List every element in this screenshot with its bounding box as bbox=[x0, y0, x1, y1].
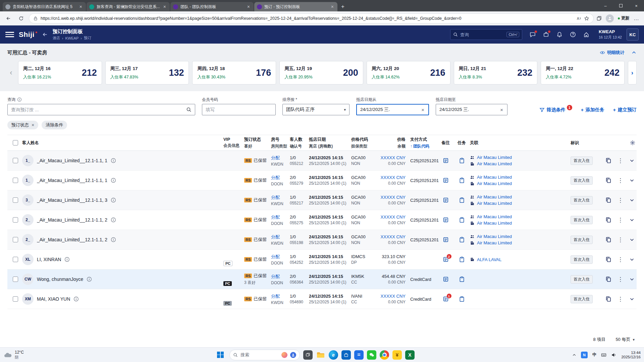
excel-icon[interactable]: X bbox=[405, 350, 415, 360]
reservation-row[interactable]: 3_ _Air_Macau_Limited__12.1-1.1, 3 RS 已保… bbox=[7, 190, 637, 210]
browser-menu-button[interactable]: … bbox=[634, 15, 639, 21]
start-button[interactable] bbox=[215, 349, 226, 361]
row-checkbox[interactable] bbox=[13, 277, 18, 282]
browser-update-button[interactable]: 更新 bbox=[618, 15, 630, 21]
browser-profile-avatar[interactable] bbox=[606, 14, 614, 22]
filter-conditions-button[interactable]: 筛选条件 1 bbox=[539, 107, 572, 113]
col-links[interactable]: 关联 bbox=[470, 140, 571, 146]
guest-info-icon[interactable] bbox=[111, 178, 116, 183]
room-assign-link[interactable]: 分配 bbox=[271, 274, 290, 280]
col-payment[interactable]: 支付方式 ↑团队代码 bbox=[406, 137, 438, 149]
row-checkbox[interactable] bbox=[13, 178, 18, 183]
calculator-icon[interactable]: = bbox=[354, 350, 364, 360]
breadcrumb-property[interactable]: KWEAP bbox=[65, 36, 79, 40]
row-menu-button[interactable]: ⋮ bbox=[618, 257, 623, 262]
cashier-button[interactable] bbox=[543, 32, 549, 38]
tasks-button[interactable] bbox=[459, 158, 465, 164]
expand-row-icon[interactable] bbox=[629, 296, 635, 302]
availability-day-card[interactable]: 周五, 12月 19 入住率 20.95% 200 bbox=[279, 61, 363, 84]
room-assign-link[interactable]: 分配 bbox=[271, 194, 290, 200]
copy-reservation-icon[interactable] bbox=[605, 237, 611, 243]
price[interactable]: XXXXX CNY bbox=[380, 155, 406, 160]
tasks-button[interactable] bbox=[459, 217, 465, 223]
price[interactable]: XXXXX CNY bbox=[380, 215, 406, 220]
browser-tab[interactable]: 预订 - 预订控制面板 × bbox=[254, 2, 337, 11]
row-checkbox[interactable] bbox=[13, 296, 18, 302]
reservation-row[interactable]: 2_ _Air_Macau_Limited__12.1-1.1, 2 RS 已保… bbox=[7, 230, 637, 250]
guest-info-icon[interactable] bbox=[111, 158, 116, 163]
availability-day-card[interactable]: 周六, 12月 20 入住率 14.62% 216 bbox=[367, 61, 450, 84]
new-tab-button[interactable]: + bbox=[338, 2, 347, 11]
col-tasks[interactable]: 任务 bbox=[453, 140, 470, 146]
volume-icon[interactable] bbox=[611, 352, 616, 358]
notes-button[interactable]: 1 bbox=[443, 296, 449, 302]
guest-name[interactable]: Wong, chunmanJoyce bbox=[37, 277, 83, 282]
page-size-select[interactable]: 50 每页 ▾ bbox=[615, 337, 635, 343]
clear-arrival-to-icon[interactable]: × bbox=[499, 107, 504, 113]
row-menu-button[interactable]: ⋮ bbox=[618, 217, 623, 223]
task-view-icon[interactable] bbox=[303, 350, 313, 360]
guest-name[interactable]: _Air_Macau_Limited__12.1-1.1, 3 bbox=[37, 197, 107, 203]
window-close-button[interactable]: × bbox=[629, 0, 644, 11]
reservation-row[interactable]: 2_ _Air_Macau_Limited__12.1-1.1, 2 RS 已保… bbox=[7, 210, 637, 230]
clock-widget[interactable]: 13:44 2025/12/16 bbox=[621, 351, 641, 359]
tasks-button[interactable] bbox=[459, 197, 465, 203]
remove-chip-icon[interactable]: × bbox=[32, 122, 34, 128]
browser-tab[interactable]: 旅客查询 - 紫襕旅馆业治安信息系... × bbox=[87, 2, 170, 11]
read-aloud-icon[interactable]: A bbox=[576, 16, 581, 21]
guest-info-icon[interactable] bbox=[64, 257, 70, 262]
reservation-row[interactable]: CW Wong, chunmanJoyce PC RS 已保留 3 喜好 分配 bbox=[7, 269, 637, 289]
tab-close-icon[interactable]: × bbox=[78, 4, 83, 9]
global-search-box[interactable]: Ctrl+/ bbox=[450, 29, 522, 40]
browser-refresh-button[interactable] bbox=[16, 13, 26, 23]
reservation-row[interactable]: 1_ _Air_Macau_Limited__12.1-1.1, 1 RS 已保… bbox=[7, 171, 637, 190]
window-maximize-button[interactable] bbox=[613, 0, 629, 11]
notes-button[interactable] bbox=[443, 158, 449, 164]
breadcrumb-hotel[interactable]: 酒店 bbox=[53, 36, 60, 41]
linked-profile[interactable]: ALFA LAVAL bbox=[477, 257, 501, 262]
guest-name[interactable]: _Air_Macau_Limited__12.1-1.1, 2 bbox=[37, 217, 107, 223]
store-icon[interactable] bbox=[341, 350, 351, 360]
col-rate[interactable]: 价格代码担保类型 bbox=[351, 137, 380, 149]
col-room[interactable]: 房号房间类型 bbox=[271, 137, 290, 149]
row-menu-button[interactable]: ⋮ bbox=[618, 296, 623, 302]
room-assign-link[interactable]: 分配 bbox=[271, 234, 290, 240]
availability-day-card[interactable]: 周二, 12月 16 入住率 16.21% 212 bbox=[18, 61, 102, 84]
notes-button[interactable] bbox=[443, 217, 449, 223]
row-menu-button[interactable]: ⋮ bbox=[618, 158, 623, 164]
collections-icon[interactable] bbox=[596, 16, 602, 21]
linked-profile[interactable]: Air Macau Limited bbox=[477, 161, 512, 166]
member-number-input[interactable] bbox=[206, 107, 272, 112]
row-checkbox[interactable] bbox=[13, 158, 18, 163]
room-assign-link[interactable]: 分配 bbox=[271, 175, 290, 181]
home-button[interactable] bbox=[583, 32, 589, 38]
row-menu-button[interactable]: ⋮ bbox=[618, 237, 623, 243]
edge-icon[interactable]: e bbox=[329, 350, 338, 360]
col-price[interactable]: 价格余额 bbox=[380, 137, 406, 149]
messages-button[interactable] bbox=[530, 32, 536, 38]
col-status[interactable]: 预订状态喜好 bbox=[244, 137, 271, 149]
notes-button[interactable] bbox=[443, 197, 449, 203]
col-guests[interactable]: 客人数确认号 bbox=[290, 137, 309, 149]
tasks-button[interactable] bbox=[459, 256, 465, 262]
global-search-input[interactable] bbox=[460, 32, 504, 37]
availability-day-card[interactable]: 周日, 12月 21 入住率 8.3% 232 bbox=[454, 61, 538, 84]
notes-button[interactable]: 2 bbox=[443, 256, 449, 262]
reservation-row[interactable]: XL LI, XINRAN PC RS 已保留 分配 DOON bbox=[7, 250, 637, 269]
linked-profile[interactable]: Air Macau Limited bbox=[477, 214, 512, 219]
detail-statistics-link[interactable]: 明细统计 bbox=[600, 50, 625, 56]
select-all-checkbox[interactable] bbox=[13, 140, 18, 145]
tray-expand-icon[interactable] bbox=[572, 353, 576, 357]
linked-profile[interactable]: Air Macau Limited bbox=[477, 240, 512, 245]
row-menu-button[interactable]: ⋮ bbox=[618, 277, 623, 282]
linked-profile[interactable]: Air Macau Limited bbox=[477, 194, 512, 199]
sort-by-select[interactable]: 团队代码 正序 ▾ bbox=[282, 104, 350, 115]
app-back-button[interactable] bbox=[42, 32, 48, 38]
linked-profile[interactable]: Air Macau Limited bbox=[477, 155, 512, 160]
tab-close-icon[interactable]: × bbox=[330, 4, 335, 9]
taskbar-search-input[interactable] bbox=[240, 352, 279, 357]
expand-row-icon[interactable] bbox=[629, 217, 635, 223]
row-menu-button[interactable]: ⋮ bbox=[618, 197, 623, 203]
row-checkbox[interactable] bbox=[13, 217, 18, 223]
tab-close-icon[interactable]: × bbox=[246, 4, 251, 9]
